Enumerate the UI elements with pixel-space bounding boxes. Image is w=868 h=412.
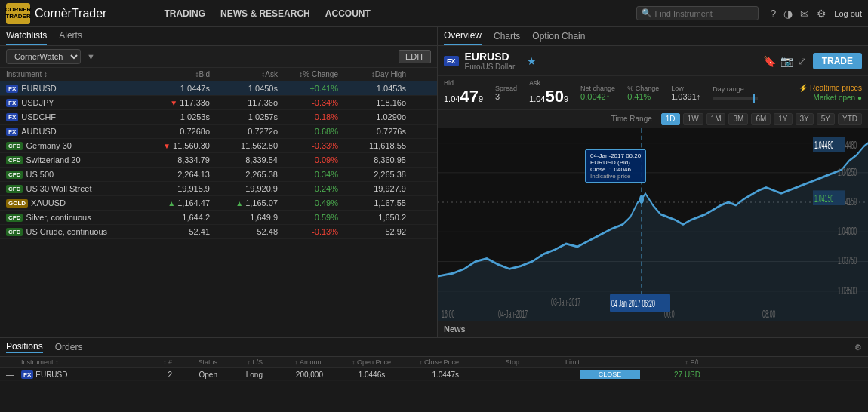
tab-alerts[interactable]: Alerts	[59, 30, 82, 45]
time-range-bar: Time Range 1D 1W 1M 3M 6M 1Y 3Y 5Y YTD	[438, 110, 868, 128]
time-btn-1y[interactable]: 1Y	[774, 113, 792, 125]
col-dayhigh: ↕Day High	[338, 70, 406, 78]
tab-overview[interactable]: Overview	[444, 30, 482, 45]
ask-cell: 2,265.38	[210, 170, 278, 179]
instrument-name: EURUSD	[21, 84, 56, 93]
row-close-price: 1.0447s	[391, 370, 459, 379]
edit-button[interactable]: EDIT	[399, 50, 431, 63]
svg-text:1.04000: 1.04000	[838, 226, 857, 237]
table-row[interactable]: CFD US 30 Wall Street 19,915.9 19,920.9 …	[0, 182, 437, 196]
search-input[interactable]	[655, 9, 753, 18]
instrument-cell: GOLD XAUUSD	[6, 198, 142, 208]
table-row: — FX EURUSD 2 Open Long 200,000 1.0446s …	[0, 368, 868, 381]
tab-positions[interactable]: Positions	[6, 341, 43, 353]
ph-open-price: ↕ Open Price	[323, 358, 391, 366]
positions-settings-icon[interactable]: ⚙	[854, 343, 862, 352]
tab-charts[interactable]: Charts	[494, 31, 520, 45]
screenshot-icon[interactable]: 📷	[780, 55, 793, 67]
help-icon[interactable]: ?	[771, 8, 777, 20]
row-type-badge: FX	[21, 370, 33, 379]
table-row[interactable]: FX USDCHF 1.0253s 1.0257s -0.18% 1.0290o	[0, 110, 437, 125]
instrument-cell: FX EURUSD	[6, 84, 142, 93]
instrument-type-badge: FX	[444, 56, 459, 66]
row-amount: 200,000	[263, 370, 323, 379]
ask-cell: 0.7272o	[210, 127, 278, 136]
nav-account[interactable]: ACCOUNT	[325, 8, 371, 19]
table-row[interactable]: CFD US Crude, continuous 52.41 52.48 -0.…	[0, 225, 437, 239]
table-row[interactable]: CFD US 500 2,264.13 2,265.38 0.34% 2,265…	[0, 168, 437, 182]
instrument-type: CFD	[6, 214, 23, 222]
change-cell: -0.33%	[278, 141, 338, 150]
col-instrument: Instrument ↕	[6, 70, 142, 78]
row-expand[interactable]: —	[6, 370, 21, 379]
ph-ls: ↕ L/S	[217, 358, 263, 366]
close-position-button[interactable]: CLOSE	[580, 370, 640, 379]
col-ask: ↕Ask	[210, 70, 278, 78]
instrument-name: AUDUSD	[21, 127, 56, 136]
instrument-type: CFD	[6, 142, 23, 150]
change-cell: 0.49%	[278, 198, 338, 208]
instrument-type: GOLD	[6, 199, 28, 208]
time-btn-ytd[interactable]: YTD	[838, 113, 862, 125]
instrument-name: EURUSD	[465, 51, 516, 63]
watchlist-select[interactable]: CornèrWatch	[6, 49, 81, 64]
instrument-subtitle: Euro/US Dollar	[465, 63, 516, 71]
change-cell: 0.59%	[278, 213, 338, 222]
pct-change-group: % Change 0.41%	[627, 85, 659, 101]
svg-text:16:00: 16:00	[442, 308, 454, 319]
table-row[interactable]: FX AUDUSD 0.7268o 0.7272o 0.68% 0.7276s	[0, 125, 437, 139]
bid-cell: 0.7268o	[142, 127, 210, 136]
ph-limit: Limit	[519, 358, 580, 366]
instrument-cell: CFD US 30 Wall Street	[6, 184, 142, 193]
svg-text:04-Jan-2017: 04-Jan-2017	[498, 308, 528, 319]
favorite-star-icon[interactable]: ★	[527, 55, 537, 67]
ask-cell: 19,920.9	[210, 184, 278, 193]
nav-news[interactable]: NEWS & RESEARCH	[220, 8, 310, 19]
day-high-cell: 19,927.9	[338, 184, 406, 193]
nav-trading[interactable]: TRADING	[164, 8, 205, 19]
table-row[interactable]: FX EURUSD 1.0447s 1.0450s +0.41% 1.0453s	[0, 81, 437, 96]
tab-watchlists[interactable]: Watchlists	[6, 30, 47, 45]
time-btn-6m[interactable]: 6M	[751, 113, 771, 125]
tab-orders[interactable]: Orders	[55, 342, 83, 352]
time-btn-1d[interactable]: 1D	[661, 113, 680, 125]
table-row[interactable]: CFD Switzerland 20 8,334.79 8,339.54 -0.…	[0, 153, 437, 168]
main-area: Watchlists Alerts CornèrWatch ▼ EDIT Ins…	[0, 27, 868, 337]
settings-icon[interactable]: ⚙	[817, 8, 826, 20]
instrument-cell: CFD Switzerland 20	[6, 155, 142, 164]
time-btn-3y[interactable]: 3Y	[796, 113, 814, 125]
tab-option-chain[interactable]: Option Chain	[532, 31, 585, 45]
price-bar: Bid 1.04 47 9 Spread 3 Ask 1.04 50 9	[438, 76, 868, 110]
instrument-type: CFD	[6, 228, 23, 236]
expand-icon[interactable]: ⤢	[798, 55, 807, 67]
app-title: CornèrTrader	[35, 7, 106, 20]
bookmark-icon[interactable]: 🔖	[763, 55, 776, 67]
time-btn-3m[interactable]: 3M	[728, 113, 748, 125]
table-row[interactable]: GOLD XAUUSD ▲ 1,164.47 ▲ 1,165.07 0.49% …	[0, 196, 437, 211]
theme-icon[interactable]: ◑	[783, 8, 793, 20]
col-change: ↕% Change	[278, 70, 338, 78]
ph-stop: Stop	[459, 358, 519, 366]
instrument-type: CFD	[6, 156, 23, 164]
bid-cell: 1.0447s	[142, 84, 210, 93]
search-box[interactable]: 🔍	[636, 6, 759, 20]
mail-icon[interactable]: ✉	[800, 8, 809, 20]
time-btn-5y[interactable]: 5Y	[817, 113, 835, 125]
trade-button[interactable]: TRADE	[813, 53, 862, 69]
ask-arrow: ▲	[235, 199, 243, 208]
time-btn-1m[interactable]: 1M	[706, 113, 726, 125]
table-row[interactable]: CFD Silver, continuous 1,644.2 1,649.9 0…	[0, 211, 437, 225]
tooltip-date: 04-Jan-2017 06:20	[590, 152, 641, 159]
left-panel: Watchlists Alerts CornèrWatch ▼ EDIT Ins…	[0, 27, 438, 337]
tooltip-instrument: EURUSD (Bid)	[590, 159, 641, 166]
time-btn-1w[interactable]: 1W	[683, 113, 703, 125]
svg-text:04 Jan 2017 06:20: 04 Jan 2017 06:20	[611, 298, 655, 309]
instrument-name: XAUUSD	[31, 198, 66, 208]
watchlist-header: Instrument ↕ ↕Bid ↕Ask ↕% Change ↕Day Hi…	[0, 68, 437, 81]
logout-button[interactable]: Log out	[834, 9, 862, 18]
instrument-type: FX	[6, 128, 18, 136]
ask-cell: 11,562.80	[210, 141, 278, 150]
table-row[interactable]: FX USDJPY ▼ 117.33o 117.36o -0.34% 118.1…	[0, 96, 437, 110]
table-row[interactable]: CFD Germany 30 ▼ 11,560.30 11,562.80 -0.…	[0, 139, 437, 153]
instrument-type: FX	[6, 85, 18, 93]
